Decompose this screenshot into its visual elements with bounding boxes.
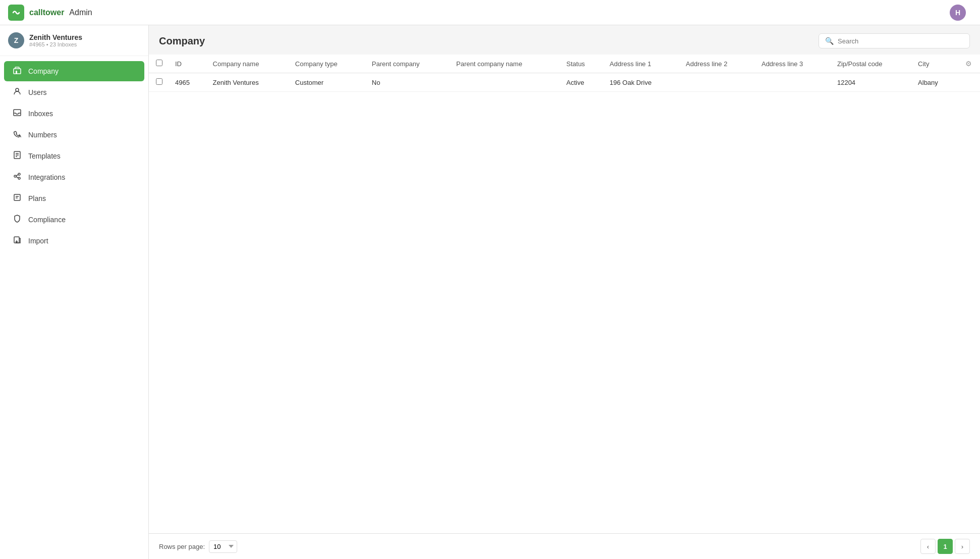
table-settings-icon[interactable]: ⚙ xyxy=(963,58,974,70)
row-checkbox-cell xyxy=(149,73,169,92)
sidebar-item-plans[interactable]: Plans xyxy=(4,188,144,209)
rows-per-page-label: Rows per page: xyxy=(159,543,205,550)
col-company-type: Company type xyxy=(289,55,366,73)
import-icon xyxy=(12,236,22,246)
sidebar-item-import[interactable]: Import xyxy=(4,231,144,251)
svg-rect-2 xyxy=(16,71,17,74)
sidebar-item-templates[interactable]: Templates xyxy=(4,146,144,166)
sidebar-item-label-import: Import xyxy=(28,237,48,245)
cell-address2 xyxy=(680,73,755,92)
cell-zip: 12204 xyxy=(831,73,912,92)
cell-address3 xyxy=(755,73,831,92)
org-info: Zenith Ventures #4965 • 23 Inboxes xyxy=(29,33,82,47)
nav-list: Company Users Inboxes Numbers Templates … xyxy=(0,56,148,256)
company-icon xyxy=(12,66,22,76)
templates-icon xyxy=(12,151,22,161)
plans-icon xyxy=(12,193,22,204)
cell-settings xyxy=(957,73,980,92)
inboxes-icon xyxy=(12,109,22,119)
row-checkbox[interactable] xyxy=(156,78,162,85)
sidebar-item-label-plans: Plans xyxy=(28,194,46,202)
rows-per-page-control: Rows per page: 10 25 50 100 xyxy=(159,540,237,553)
svg-line-13 xyxy=(16,177,18,178)
sidebar-item-label-templates: Templates xyxy=(28,152,61,160)
logo-icon xyxy=(8,5,24,21)
users-icon xyxy=(12,87,22,97)
table-footer: Rows per page: 10 25 50 100 ‹ 1 › xyxy=(149,533,980,559)
svg-rect-14 xyxy=(14,194,20,200)
top-header: calltower Admin H xyxy=(0,0,980,25)
logo-text: calltower xyxy=(29,8,64,17)
cell-parent-company-name xyxy=(450,73,560,92)
cell-parent-company: No xyxy=(366,73,450,92)
search-box[interactable]: 🔍 xyxy=(819,33,970,48)
search-icon: 🔍 xyxy=(825,37,834,45)
header-checkbox-cell xyxy=(149,55,169,73)
select-all-checkbox[interactable] xyxy=(156,60,162,66)
header-left: calltower Admin xyxy=(8,5,92,21)
next-page-button[interactable]: › xyxy=(955,539,970,554)
col-settings: ⚙ xyxy=(957,55,980,73)
cell-status: Active xyxy=(560,73,604,92)
sidebar: Z Zenith Ventures #4965 • 23 Inboxes Com… xyxy=(0,25,149,559)
admin-label: Admin xyxy=(69,8,92,17)
sidebar-item-label-numbers: Numbers xyxy=(28,131,57,139)
table-wrapper: ID Company name Company type Parent comp… xyxy=(149,55,980,533)
svg-point-11 xyxy=(18,177,20,179)
cell-city: Albany xyxy=(912,73,957,92)
pagination: ‹ 1 › xyxy=(920,539,970,554)
rows-per-page-select[interactable]: 10 25 50 100 xyxy=(209,540,237,553)
numbers-icon xyxy=(12,130,22,140)
svg-line-12 xyxy=(16,175,18,176)
col-address3: Address line 3 xyxy=(755,55,831,73)
col-city: City xyxy=(912,55,957,73)
cell-id: 4965 xyxy=(169,73,207,92)
cell-address1: 196 Oak Drive xyxy=(604,73,680,92)
org-header[interactable]: Z Zenith Ventures #4965 • 23 Inboxes xyxy=(0,25,148,56)
page-title: Company xyxy=(159,35,205,47)
col-address2: Address line 2 xyxy=(680,55,755,73)
sidebar-item-label-compliance: Compliance xyxy=(28,216,66,224)
col-address1: Address line 1 xyxy=(604,55,680,73)
svg-rect-4 xyxy=(14,110,21,116)
table-row[interactable]: 4965 Zenith Ventures Customer No Active … xyxy=(149,73,980,92)
compliance-icon xyxy=(12,215,22,225)
table-header-row: ID Company name Company type Parent comp… xyxy=(149,55,980,73)
integrations-icon xyxy=(12,172,22,182)
sidebar-item-label-integrations: Integrations xyxy=(28,173,65,181)
table-body: 4965 Zenith Ventures Customer No Active … xyxy=(149,73,980,92)
content-area: Company 🔍 ID Company name Company type P… xyxy=(149,25,980,559)
sidebar-item-compliance[interactable]: Compliance xyxy=(4,210,144,230)
sidebar-item-users[interactable]: Users xyxy=(4,82,144,103)
col-status: Status xyxy=(560,55,604,73)
cell-company-type: Customer xyxy=(289,73,366,92)
col-company-name: Company name xyxy=(207,55,289,73)
sidebar-item-numbers[interactable]: Numbers xyxy=(4,125,144,145)
company-table: ID Company name Company type Parent comp… xyxy=(149,55,980,92)
col-zip: Zip/Postal code xyxy=(831,55,912,73)
header-right: H xyxy=(950,5,972,21)
page-1-button[interactable]: 1 xyxy=(938,539,953,554)
cell-company-name: Zenith Ventures xyxy=(207,73,289,92)
main-layout: Z Zenith Ventures #4965 • 23 Inboxes Com… xyxy=(0,25,980,559)
col-parent-company-name: Parent company name xyxy=(450,55,560,73)
user-avatar[interactable]: H xyxy=(950,5,966,21)
search-input[interactable] xyxy=(838,37,963,45)
col-parent-company: Parent company xyxy=(366,55,450,73)
org-meta: #4965 • 23 Inboxes xyxy=(29,41,82,47)
svg-point-3 xyxy=(16,88,19,91)
svg-point-9 xyxy=(14,175,16,177)
org-name: Zenith Ventures xyxy=(29,33,82,41)
col-id: ID xyxy=(169,55,207,73)
svg-point-10 xyxy=(18,173,20,175)
sidebar-item-company[interactable]: Company xyxy=(4,61,144,81)
sidebar-item-label-users: Users xyxy=(28,88,47,96)
sidebar-item-label-company: Company xyxy=(28,67,59,75)
content-header: Company 🔍 xyxy=(149,25,980,55)
sidebar-item-inboxes[interactable]: Inboxes xyxy=(4,104,144,124)
org-avatar: Z xyxy=(8,32,24,48)
sidebar-item-label-inboxes: Inboxes xyxy=(28,110,53,118)
prev-page-button[interactable]: ‹ xyxy=(920,539,936,554)
sidebar-item-integrations[interactable]: Integrations xyxy=(4,167,144,187)
